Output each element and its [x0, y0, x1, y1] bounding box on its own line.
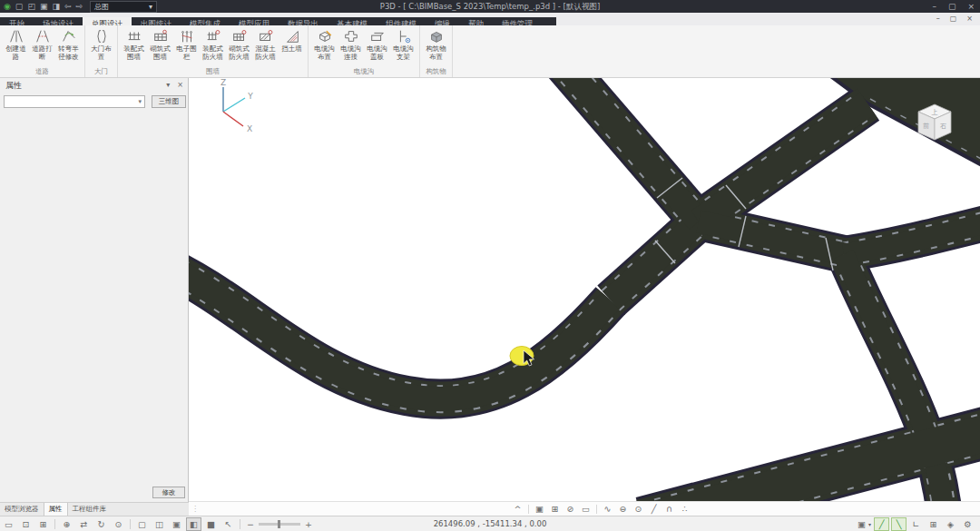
toolbar-grip[interactable]: ⋮: [189, 505, 201, 513]
cable-trench-layout-button[interactable]: 电缆沟布置: [311, 26, 338, 67]
object-snap-toggle-icon[interactable]: ╲: [891, 517, 906, 531]
viewport-3d[interactable]: Z Y X 上 前 右: [189, 78, 980, 501]
title-bar: ◉ ▢ ◰ ▣ ◨ ⇦ ⇨ 总图 ▾ P3D - [ C:\BIMBase_S …: [0, 0, 980, 13]
undo-icon[interactable]: ⇦: [64, 0, 72, 13]
panel-tab-properties[interactable]: 属性: [44, 503, 68, 516]
view-selector-dropdown[interactable]: 总图 ▾: [90, 1, 157, 13]
app-logo-icon: ◉: [4, 0, 11, 13]
prefab-firewall-button[interactable]: 装配式防火墙: [200, 26, 226, 67]
retaining-wall-button[interactable]: 挡土墙: [279, 26, 305, 67]
save-as-icon[interactable]: ◨: [52, 0, 60, 13]
redo-icon[interactable]: ⇨: [75, 0, 83, 13]
zoom-slider[interactable]: − +: [247, 519, 312, 529]
axis-triad: Z Y X: [209, 79, 260, 133]
ortho-toggle-icon[interactable]: ∟: [908, 517, 924, 531]
retaining-wall-icon: [284, 28, 300, 44]
polyline-tool-icon[interactable]: ∿: [600, 502, 615, 516]
axis-x-label: X: [247, 124, 252, 133]
grid-toggle-icon[interactable]: ⊞: [926, 517, 941, 531]
display-shaded-edges-icon[interactable]: ◧: [186, 517, 201, 531]
road-network-model[interactable]: [189, 78, 980, 501]
zoom-icon[interactable]: ⊙: [111, 517, 126, 531]
property-filter-input[interactable]: [5, 97, 138, 106]
zoom-slider-thumb[interactable]: [278, 520, 280, 528]
rectangle-tool-icon[interactable]: ▭: [578, 502, 593, 516]
view-cube-front-label: 前: [923, 123, 929, 130]
doc-restore-button[interactable]: ▢: [950, 13, 957, 25]
zoom-out-icon[interactable]: −: [247, 519, 254, 529]
chevron-down-icon: ▾: [868, 521, 871, 527]
prefab-firewall-icon: [205, 28, 221, 44]
structure-layout-icon: [428, 28, 445, 44]
arc-tool-icon[interactable]: ⊙: [631, 502, 646, 516]
pan-icon[interactable]: ⇄: [76, 517, 92, 531]
gizmo-toggle-icon[interactable]: ◈: [943, 517, 958, 531]
break-road-button[interactable]: 道路打断: [29, 26, 55, 67]
cable-trench-connect-icon: [343, 28, 359, 44]
doc-close-button[interactable]: ×: [966, 13, 973, 25]
open-file-icon[interactable]: ◰: [27, 0, 35, 13]
panel-tab-model-browser[interactable]: 模型浏览器: [0, 503, 44, 516]
modify-button[interactable]: 修改: [152, 487, 185, 498]
masonry-wall-button[interactable]: 砌筑式围墙: [147, 26, 173, 67]
three-d-view-button[interactable]: 三维图: [152, 95, 186, 108]
layers-icon: ▣: [854, 517, 869, 531]
grid-tool-icon[interactable]: ⊞: [547, 502, 563, 516]
display-shaded-icon[interactable]: ▣: [169, 517, 184, 531]
prefab-wall-icon: [126, 28, 142, 44]
view-cube[interactable]: 上 前 右: [909, 98, 960, 149]
close-button[interactable]: ×: [967, 0, 975, 13]
cloud-tool-icon[interactable]: ∩: [662, 502, 677, 516]
doc-minimize-button[interactable]: –: [936, 13, 940, 25]
concrete-firewall-icon: [258, 28, 274, 44]
gate-layout-button[interactable]: 大门布置: [88, 26, 114, 67]
view-window-icon[interactable]: ▭: [1, 517, 16, 531]
cable-trench-connect-button[interactable]: 电缆沟连接: [338, 26, 364, 67]
prefab-wall-button[interactable]: 装配式围墙: [121, 26, 147, 67]
zoom-slider-track[interactable]: [259, 523, 300, 526]
circle-tool-icon[interactable]: ⊖: [615, 502, 631, 516]
frame-tool-icon[interactable]: ▣: [532, 502, 547, 516]
structure-layout-button[interactable]: 构筑物布置: [423, 26, 449, 67]
settings-gear-icon[interactable]: ⚙: [960, 517, 975, 531]
view-cube-right-label: 右: [940, 123, 946, 130]
toolbar-collapse-button[interactable]: ^: [510, 502, 525, 516]
panel-close-icon[interactable]: ×: [177, 78, 183, 93]
attach-tool-icon[interactable]: ⊘: [563, 502, 578, 516]
panel-tab-component-library[interactable]: 工程组件库: [68, 503, 112, 516]
pointer-icon[interactable]: ↖: [220, 517, 236, 531]
cable-trench-bracket-button[interactable]: 电缆沟支架: [390, 26, 416, 67]
ribbon-group-road: 创建道路 道路打断 转弯半径修改 道路: [0, 25, 85, 77]
line-tool-icon[interactable]: ╱: [646, 502, 662, 516]
cable-trench-layout-icon: [317, 28, 333, 44]
zoom-extents-icon[interactable]: ⊕: [59, 517, 74, 531]
panel-tab-bar: 模型浏览器 属性 工程组件库: [0, 502, 189, 516]
save-icon[interactable]: ▣: [40, 0, 48, 13]
display-realistic-icon[interactable]: ■: [203, 517, 219, 531]
orbit-icon[interactable]: ↻: [93, 517, 109, 531]
maximize-button[interactable]: ▢: [948, 0, 956, 13]
status-bar: ▭ ⊡ ⊞ ⊕ ⇄ ↻ ⊙ ▢ ◫ ▣ ◧ ■ ↖ − + 261496.09 …: [0, 516, 980, 531]
property-filter-dropdown[interactable]: ▾: [4, 95, 145, 108]
draw-snap-toggle-icon[interactable]: ╱: [874, 517, 889, 531]
display-hidden-icon[interactable]: ◫: [152, 517, 167, 531]
display-wireframe-icon[interactable]: ▢: [134, 517, 150, 531]
minimize-button[interactable]: –: [932, 0, 936, 13]
turn-radius-modify-button[interactable]: 转弯半径修改: [55, 26, 82, 67]
new-file-icon[interactable]: ▢: [15, 0, 24, 13]
masonry-firewall-icon: [231, 28, 248, 44]
layers-dropdown[interactable]: ▣ ▾: [853, 517, 873, 531]
panel-collapse-icon[interactable]: ▾: [166, 78, 170, 93]
cable-trench-cover-button[interactable]: 电缆沟盖板: [364, 26, 390, 67]
separator: [528, 505, 529, 514]
electronic-fence-button[interactable]: 电子围栏: [173, 26, 200, 67]
chevron-down-icon: ▾: [138, 98, 144, 105]
select-add-icon[interactable]: ⊞: [35, 517, 51, 531]
masonry-firewall-button[interactable]: 砌筑式防火墙: [226, 26, 252, 67]
create-road-button[interactable]: 创建道路: [3, 26, 29, 67]
gate-layout-icon: [93, 28, 110, 44]
zoom-in-icon[interactable]: +: [305, 519, 312, 529]
concrete-firewall-button[interactable]: 混凝土防火墙: [252, 26, 279, 67]
point-tool-icon[interactable]: ∴: [677, 502, 692, 516]
select-crossing-icon[interactable]: ⊡: [18, 517, 34, 531]
